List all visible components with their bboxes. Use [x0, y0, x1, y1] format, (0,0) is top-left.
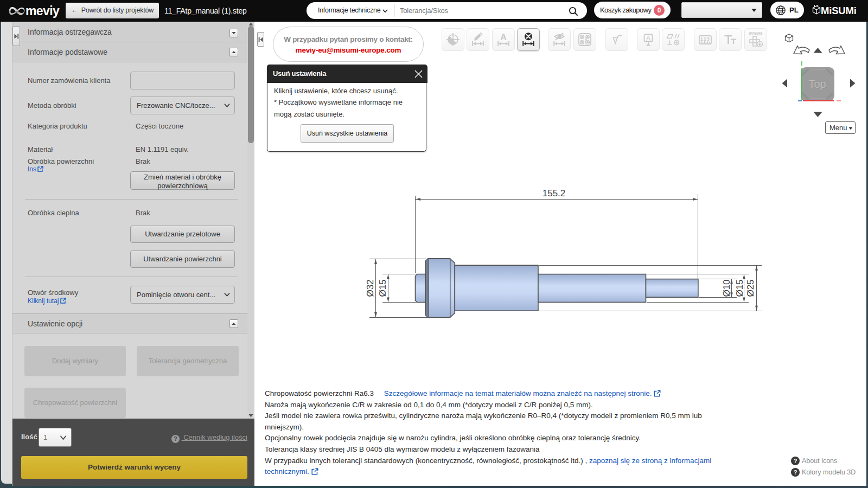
svg-text:A: A: [500, 33, 507, 42]
svg-text:Top: Top: [808, 78, 826, 90]
svg-text:A: A: [646, 35, 650, 42]
svg-text:123: 123: [700, 36, 710, 42]
svg-text:6VIEWS: 6VIEWS: [749, 31, 762, 35]
